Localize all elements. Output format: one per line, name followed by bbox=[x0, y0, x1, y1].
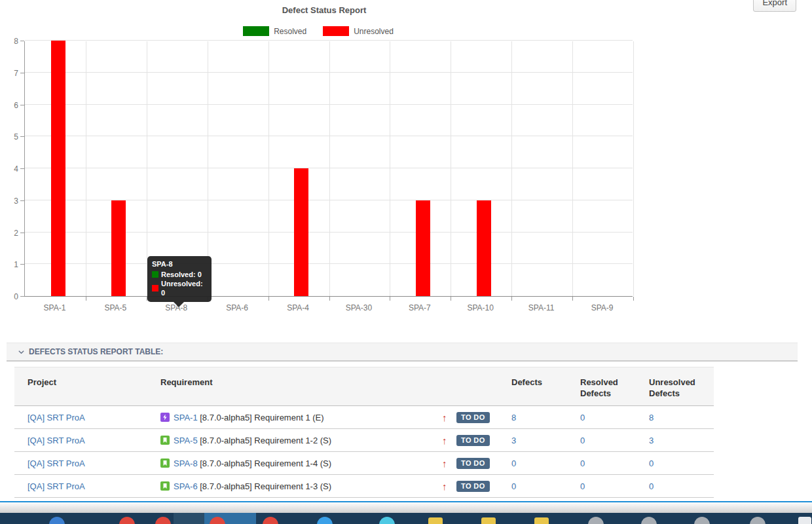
y-tick-label: 1 bbox=[14, 260, 18, 269]
bar-unresolved-SPA-7[interactable] bbox=[416, 200, 430, 296]
v-gridline bbox=[329, 41, 330, 296]
project-link[interactable]: [QA] SRT ProA bbox=[28, 436, 85, 445]
col-header-unresolved-defects: Unresolved Defects bbox=[638, 367, 714, 406]
y-tick-label: 7 bbox=[14, 69, 18, 78]
taskbar-app-red-1[interactable] bbox=[119, 517, 135, 524]
story-icon bbox=[160, 436, 170, 445]
defects-report-section-toggle[interactable]: DEFECTS STATUS REPORT TABLE: bbox=[7, 343, 798, 362]
taskbar-app-browser[interactable] bbox=[49, 517, 65, 524]
bar-unresolved-SPA-10[interactable] bbox=[477, 200, 491, 296]
x-tick-mark bbox=[451, 297, 451, 301]
tooltip-row: Resolved: 0 bbox=[152, 270, 206, 279]
x-axis-label: SPA-11 bbox=[511, 303, 572, 312]
taskbar-app-red-3[interactable] bbox=[263, 517, 278, 524]
y-tick-label: 6 bbox=[14, 101, 18, 110]
col-header-requirement: Requirement bbox=[154, 367, 442, 406]
x-axis-label: SPA-10 bbox=[450, 303, 511, 312]
x-axis-label: SPA-7 bbox=[389, 303, 450, 312]
x-tick-mark bbox=[329, 297, 330, 301]
x-tick-mark bbox=[86, 297, 86, 301]
issue-key-link[interactable]: SPA-8 bbox=[174, 458, 198, 468]
priority-highest-icon: ↑ bbox=[442, 435, 447, 446]
x-axis-label: SPA-6 bbox=[207, 303, 268, 312]
window-bottom-strip bbox=[0, 502, 812, 513]
y-tick-label: 8 bbox=[14, 37, 18, 46]
taskbar-app-white[interactable] bbox=[798, 517, 811, 524]
issue-key-link[interactable]: SPA-6 bbox=[174, 481, 198, 491]
defect-status-chart: Defect Status Report Resolved Unresolved… bbox=[0, 0, 661, 328]
y-tick-label: 3 bbox=[14, 196, 18, 206]
x-axis-label: SPA-9 bbox=[572, 303, 633, 312]
plot-area bbox=[24, 41, 633, 297]
project-link[interactable]: [QA] SRT ProA bbox=[28, 413, 85, 422]
taskbar-folder-1[interactable] bbox=[428, 517, 443, 524]
project-link[interactable]: [QA] SRT ProA bbox=[28, 481, 85, 491]
resolved-count-link[interactable]: 0 bbox=[580, 458, 585, 468]
chevron-down-icon bbox=[18, 348, 25, 356]
x-tick-mark bbox=[633, 297, 634, 301]
v-gridline bbox=[86, 41, 86, 296]
y-tick-label: 4 bbox=[14, 164, 18, 174]
col-header-status bbox=[456, 367, 501, 406]
x-axis-label: SPA-5 bbox=[85, 303, 146, 312]
unresolved-count-link[interactable]: 8 bbox=[649, 413, 654, 422]
issue-summary: [8.7.0-alpha5] Requirement 1 (E) bbox=[198, 413, 324, 422]
x-tick-mark bbox=[511, 297, 512, 301]
bar-unresolved-SPA-4[interactable] bbox=[294, 168, 308, 296]
chart-tooltip: SPA-8 Resolved: 0 Unresolved: 0 bbox=[147, 256, 212, 302]
unresolved-count-link[interactable]: 0 bbox=[649, 458, 654, 468]
bar-unresolved-SPA-1[interactable] bbox=[51, 41, 65, 296]
issue-summary: [8.7.0-alpha5] Requirement 1-3 (S) bbox=[198, 481, 332, 491]
taskbar-app-red-2[interactable] bbox=[155, 517, 171, 524]
taskbar-folder-3[interactable] bbox=[534, 517, 549, 524]
table-row: [QA] SRT ProA SPA-8 [8.7.0-alpha5] Requi… bbox=[14, 452, 714, 475]
resolved-count-link[interactable]: 0 bbox=[580, 481, 585, 491]
defects-report-table: Project Requirement Defects Resolved Def… bbox=[14, 367, 714, 498]
x-tick-mark bbox=[390, 297, 390, 301]
defects-count-link[interactable]: 0 bbox=[511, 481, 516, 491]
defects-count-link[interactable]: 3 bbox=[511, 436, 516, 445]
defects-count-link[interactable]: 0 bbox=[511, 458, 516, 468]
y-tick-label: 5 bbox=[14, 132, 18, 141]
v-gridline bbox=[511, 41, 512, 296]
chart-legend: Resolved Unresolved bbox=[0, 26, 648, 36]
export-button[interactable]: Export bbox=[753, 0, 796, 12]
taskbar-app-teal[interactable] bbox=[379, 517, 395, 524]
tooltip-title: SPA-8 bbox=[152, 260, 206, 268]
resolved-count-link[interactable]: 0 bbox=[580, 413, 585, 422]
x-axis-label: SPA-30 bbox=[329, 303, 390, 312]
windows-taskbar[interactable] bbox=[0, 513, 812, 524]
resolved-count-link[interactable]: 0 bbox=[580, 436, 585, 445]
defects-count-link[interactable]: 8 bbox=[511, 413, 516, 422]
unresolved-count-link[interactable]: 0 bbox=[649, 481, 654, 491]
report-table-body: [QA] SRT ProA SPA-1 [8.7.0-alpha5] Requi… bbox=[14, 406, 714, 498]
taskbar-app-gray-1[interactable] bbox=[588, 517, 604, 524]
y-axis-labels: 0 1 2 3 4 5 6 7 8 bbox=[0, 41, 24, 297]
col-header-project: Project bbox=[14, 367, 154, 406]
chart-title: Defect Status Report bbox=[0, 5, 648, 15]
tooltip-swatch bbox=[152, 271, 158, 278]
priority-highest-icon: ↑ bbox=[442, 412, 447, 423]
col-header-priority bbox=[442, 367, 456, 406]
tooltip-swatch bbox=[152, 285, 158, 291]
taskbar-app-gray-3[interactable] bbox=[694, 517, 710, 524]
v-gridline bbox=[390, 41, 390, 296]
issue-key-link[interactable]: SPA-1 bbox=[174, 413, 198, 422]
status-badge: TO DO bbox=[456, 435, 490, 446]
project-link[interactable]: [QA] SRT ProA bbox=[28, 458, 85, 468]
section-title: DEFECTS STATUS REPORT TABLE: bbox=[29, 347, 163, 356]
taskbar-app-gray-4[interactable] bbox=[750, 517, 766, 524]
bar-unresolved-SPA-5[interactable] bbox=[111, 200, 126, 296]
v-gridline bbox=[572, 41, 573, 296]
taskbar-app-blue[interactable] bbox=[317, 517, 333, 524]
status-badge: TO DO bbox=[456, 458, 490, 469]
taskbar-folder-2[interactable] bbox=[481, 517, 496, 524]
x-axis-label: SPA-1 bbox=[24, 303, 85, 312]
issue-summary: [8.7.0-alpha5] Requirement 1-4 (S) bbox=[198, 458, 332, 468]
taskbar-app-gray-2[interactable] bbox=[641, 517, 657, 524]
taskbar-tile-hover[interactable] bbox=[174, 513, 204, 524]
x-axis-labels: SPA-1SPA-5SPA-8SPA-6SPA-4SPA-30SPA-7SPA-… bbox=[24, 303, 633, 314]
issue-key-link[interactable]: SPA-5 bbox=[174, 436, 198, 445]
unresolved-count-link[interactable]: 3 bbox=[649, 436, 654, 445]
y-tick-label: 2 bbox=[14, 229, 18, 238]
